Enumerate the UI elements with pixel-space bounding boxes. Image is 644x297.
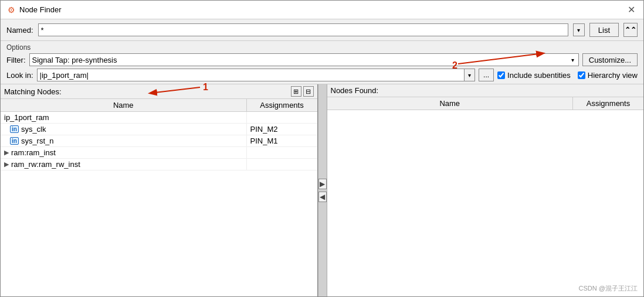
matching-nodes-title: Matching Nodes: — [4, 87, 62, 96]
row-text: ip_1port_ram — [4, 113, 49, 122]
lookin-input-wrap: ▾ — [37, 69, 476, 81]
pin-in-icon: in — [10, 125, 19, 133]
lookin-dropdown-icon[interactable]: ▾ — [464, 69, 474, 81]
browse-label: ... — [483, 71, 489, 79]
row-assignments: PIN_M2 — [247, 124, 317, 135]
row-name: ▶ ram:ram_inst — [1, 147, 247, 158]
lookin-label: Look in: — [6, 71, 33, 80]
filter-value: Signal Tap: pre-synthesis — [32, 56, 570, 64]
table-row[interactable]: ▶ ram:ram_inst — [1, 147, 317, 159]
include-subentities-label: Include subentities — [507, 71, 571, 80]
row-name: in sys_rst_n — [1, 135, 247, 146]
title-bar-left: ⚙ Node Finder — [6, 5, 62, 15]
include-subentities-item[interactable]: Include subentities — [497, 71, 571, 80]
row-name: ip_1port_ram — [1, 112, 247, 123]
hierarchy-view-checkbox[interactable] — [578, 71, 585, 79]
matching-nodes-panel: Matching Nodes: ⊞ ⊟ Name Assignments ip_… — [1, 84, 318, 296]
include-subentities-checkbox[interactable] — [497, 71, 505, 79]
move-left-button[interactable]: ◀ — [318, 192, 327, 202]
pin-in-icon: in — [10, 137, 19, 145]
hierarchy-view-item[interactable]: Hierarchy view — [578, 71, 638, 80]
window-title: Node Finder — [19, 5, 62, 14]
collapse-button[interactable]: ⌃⌃ — [623, 23, 638, 37]
named-input[interactable] — [38, 23, 568, 36]
filter-row: Filter: Signal Tap: pre-synthesis ▾ Cust… — [6, 53, 638, 66]
filter-dropdown-icon: ▾ — [570, 57, 576, 63]
nodes-found-header: Nodes Found: — [327, 84, 644, 97]
nodes-found-title: Nodes Found: — [331, 86, 379, 95]
row-assignments: PIN_M1 — [247, 135, 317, 146]
row-assignments — [247, 117, 317, 119]
list-button[interactable]: List — [589, 23, 619, 37]
app-icon: ⚙ — [6, 5, 16, 15]
row-text: sys_rst_n — [21, 136, 54, 145]
panel-splitter[interactable]: ▶ ◀ — [318, 84, 327, 296]
matching-nodes-header: Matching Nodes: ⊞ ⊟ — [1, 84, 317, 99]
nodes-found-table-header: Name Assignments — [327, 97, 644, 110]
named-row: Named: ▾ List ⌃⌃ — [1, 19, 643, 41]
options-section: Options Filter: Signal Tap: pre-synthesi… — [1, 41, 643, 84]
row-text: ram_rw:ram_rw_inst — [11, 160, 80, 169]
matching-nodes-icon1[interactable]: ⊞ — [291, 86, 301, 97]
options-label: Options — [6, 43, 638, 52]
node-finder-window: ⚙ Node Finder ✕ Named: ▾ List ⌃⌃ Options… — [0, 0, 644, 297]
expand-arrow-icon[interactable]: ▶ — [4, 149, 9, 156]
matching-nodes-col-assignments: Assignments — [247, 99, 317, 111]
title-bar: ⚙ Node Finder ✕ — [1, 1, 643, 19]
expand-arrow-icon[interactable]: ▶ — [4, 161, 9, 168]
move-right-button[interactable]: ▶ — [318, 179, 327, 189]
nodes-found-col-name: Name — [327, 97, 574, 110]
matching-nodes-icon2[interactable]: ⊟ — [303, 86, 314, 97]
matching-nodes-table-body: ip_1port_ram in sys_clk PIN_M2 in — [1, 112, 317, 296]
lookin-input[interactable] — [38, 71, 465, 80]
lookin-row: Look in: ▾ ... Include subentities Hiera… — [6, 69, 638, 81]
hierarchy-view-label: Hierarchy view — [588, 71, 638, 80]
panels-row: Matching Nodes: ⊞ ⊟ Name Assignments ip_… — [1, 84, 643, 296]
row-assignments — [247, 163, 317, 166]
named-label: Named: — [6, 26, 33, 35]
row-text: ram:ram_inst — [11, 148, 56, 157]
table-row[interactable]: in sys_clk PIN_M2 — [1, 124, 317, 135]
nodes-found-panel: Nodes Found: Name Assignments CSDN @混子王江… — [327, 84, 644, 296]
filter-select[interactable]: Signal Tap: pre-synthesis ▾ — [29, 53, 579, 66]
nodes-found-col-assignments: Assignments — [573, 97, 643, 110]
table-row[interactable]: ip_1port_ram — [1, 112, 317, 124]
nodes-found-table-body — [327, 110, 644, 296]
row-text: sys_clk — [21, 125, 46, 134]
named-dropdown-arrow[interactable]: ▾ — [573, 23, 585, 36]
row-name: ▶ ram_rw:ram_rw_inst — [1, 159, 247, 170]
row-name: in sys_clk — [1, 124, 247, 135]
row-assignments — [247, 152, 317, 154]
matching-nodes-icons: ⊞ ⊟ — [291, 86, 314, 97]
checkbox-group: Include subentities Hierarchy view — [497, 71, 638, 80]
matching-nodes-table-header: Name Assignments — [1, 99, 317, 112]
matching-nodes-col-name: Name — [1, 99, 247, 111]
filter-label: Filter: — [6, 56, 26, 64]
customize-button[interactable]: Customize... — [582, 53, 638, 66]
table-row[interactable]: ▶ ram_rw:ram_rw_inst — [1, 159, 317, 170]
table-row[interactable]: in sys_rst_n PIN_M1 — [1, 135, 317, 147]
close-button[interactable]: ✕ — [625, 5, 638, 15]
browse-button[interactable]: ... — [479, 69, 494, 81]
